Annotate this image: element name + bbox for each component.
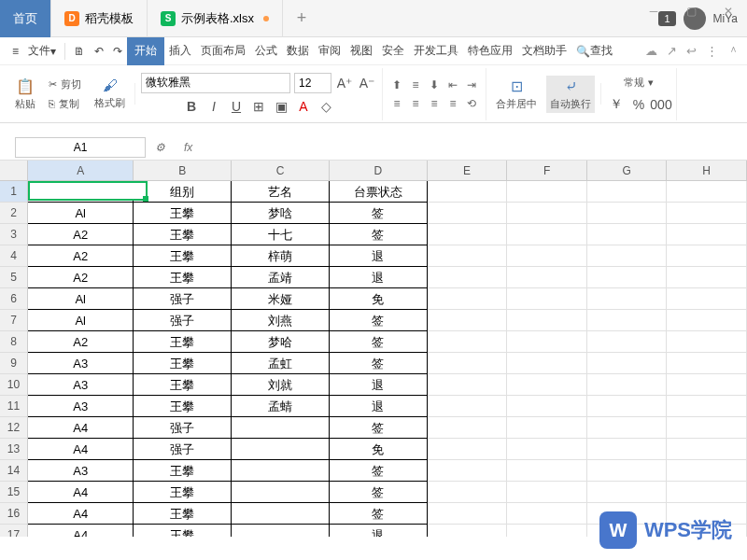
cell[interactable] (428, 224, 508, 245)
row-header[interactable]: 8 (0, 331, 28, 353)
cell[interactable]: 王攀 (134, 331, 232, 353)
qat-redo-icon[interactable]: ↷ (108, 37, 127, 65)
ribbon-tab-formula[interactable]: 公式 (250, 37, 282, 65)
row-header[interactable]: 3 (0, 224, 28, 245)
menu-app-icon[interactable]: ≡ (7, 37, 23, 65)
cell[interactable]: A2 (28, 245, 134, 267)
cell[interactable] (428, 525, 508, 537)
tab-add-button[interactable]: + (283, 8, 320, 28)
fx-icon[interactable]: ⚙ (155, 141, 165, 154)
align-justify-icon[interactable]: ≡ (444, 95, 461, 112)
cell[interactable]: 梓萌 (232, 245, 330, 267)
row-header[interactable]: 6 (0, 288, 28, 310)
cell[interactable]: 签 (330, 482, 428, 503)
cell[interactable]: A3 (28, 396, 134, 417)
cell[interactable]: A4 (28, 439, 134, 460)
cell[interactable]: 签 (330, 503, 428, 525)
cell[interactable]: 刘就 (232, 374, 330, 396)
font-color-button[interactable]: A (294, 97, 313, 116)
cell[interactable] (667, 417, 747, 439)
cell[interactable]: 台票状态 (330, 181, 428, 203)
qat-save-icon[interactable]: 🗎 (69, 37, 90, 65)
cell[interactable] (587, 310, 668, 331)
cell[interactable]: A2 (28, 224, 134, 245)
cell[interactable] (428, 245, 508, 267)
cell[interactable] (428, 460, 508, 482)
cell[interactable] (507, 203, 587, 224)
cell[interactable] (587, 353, 668, 374)
cell[interactable] (507, 310, 587, 331)
cell[interactable] (667, 245, 747, 267)
paste-button[interactable]: 📋 粘贴 (11, 76, 39, 113)
col-header-B[interactable]: B (134, 161, 232, 181)
share-icon[interactable]: ↗ (667, 44, 677, 58)
cell[interactable]: A3 (28, 374, 134, 396)
cell[interactable] (428, 374, 508, 396)
align-top-icon[interactable]: ⬆ (388, 77, 405, 93)
menu-file[interactable]: 文件 ▾ (23, 37, 61, 65)
cell[interactable]: A2 (28, 267, 134, 288)
cell[interactable] (587, 288, 668, 310)
tab-file[interactable]: S 示例表格.xlsx (148, 0, 283, 37)
font-increase-icon[interactable]: A⁺ (335, 74, 354, 92)
cell[interactable]: A3 (28, 353, 134, 374)
cell[interactable]: 签 (330, 310, 428, 331)
cell[interactable] (428, 288, 508, 310)
cell[interactable]: 强子 (134, 417, 232, 439)
cell[interactable]: 签 (330, 417, 428, 439)
cell[interactable]: 强子 (134, 288, 232, 310)
border-button[interactable]: ⊞ (249, 97, 268, 116)
cell[interactable] (428, 439, 508, 460)
cell[interactable]: 梦哈 (232, 331, 330, 353)
cell[interactable]: 签 (330, 353, 428, 374)
cell[interactable]: 退 (330, 245, 428, 267)
cell[interactable]: 组别 (134, 181, 232, 203)
cell[interactable]: 签 (330, 331, 428, 353)
settings-icon[interactable]: ↩ (686, 44, 697, 58)
ribbon-tab-view[interactable]: 视图 (345, 37, 377, 65)
select-all-corner[interactable] (0, 161, 28, 181)
cell[interactable] (428, 310, 508, 331)
cell[interactable] (667, 374, 747, 396)
cell[interactable] (667, 288, 747, 310)
col-header-C[interactable]: C (232, 161, 330, 181)
row-header[interactable]: 1 (0, 181, 28, 203)
cell[interactable] (428, 482, 508, 503)
cell[interactable] (507, 439, 587, 460)
cell[interactable] (428, 267, 508, 288)
minimize-button[interactable]: ─ (635, 0, 672, 22)
cell[interactable] (507, 267, 587, 288)
cell[interactable] (232, 503, 330, 525)
cell[interactable] (507, 396, 587, 417)
row-header[interactable]: 11 (0, 396, 28, 417)
cell[interactable]: Al (28, 310, 134, 331)
cell[interactable] (667, 267, 747, 288)
wrap-button[interactable]: ⤶ 自动换行 (546, 76, 595, 113)
font-size-select[interactable] (294, 73, 331, 93)
cell[interactable] (667, 353, 747, 374)
cell[interactable]: 孟靖 (232, 267, 330, 288)
cell[interactable] (587, 374, 668, 396)
font-decrease-icon[interactable]: A⁻ (358, 74, 376, 92)
row-header[interactable]: 9 (0, 353, 28, 374)
cell[interactable]: 退 (330, 267, 428, 288)
maximize-button[interactable]: ▢ (672, 0, 710, 22)
copy-button[interactable]: ⎘复制 (45, 95, 85, 113)
cell[interactable] (507, 331, 587, 353)
col-header-A[interactable]: A (28, 161, 134, 181)
highlight-button[interactable]: ◇ (317, 97, 335, 116)
cell[interactable]: A4 (28, 417, 134, 439)
cell[interactable]: 王攀 (134, 396, 232, 417)
cell[interactable] (428, 203, 508, 224)
cell[interactable] (232, 460, 330, 482)
cell[interactable] (587, 482, 668, 503)
cell[interactable] (507, 374, 587, 396)
row-header[interactable]: 14 (0, 460, 28, 482)
underline-button[interactable]: U (227, 97, 246, 116)
cloud-icon[interactable]: ☁ (645, 44, 657, 58)
cell[interactable]: A4 (28, 482, 134, 503)
cell[interactable]: 王攀 (134, 482, 232, 503)
cell[interactable] (507, 503, 587, 525)
col-header-H[interactable]: H (667, 161, 747, 181)
cell[interactable] (667, 396, 747, 417)
